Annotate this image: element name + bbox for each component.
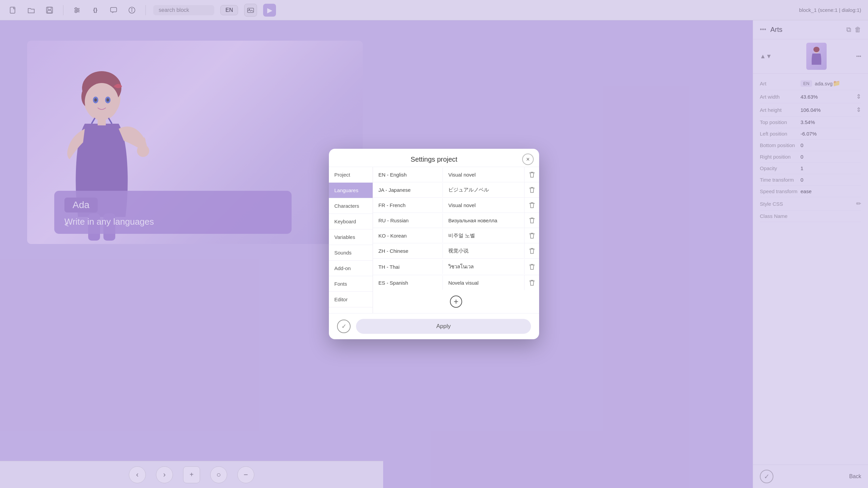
lang-delete-button[interactable] (524, 198, 539, 212)
lang-delete-button[interactable] (524, 213, 539, 228)
add-language-icon[interactable]: + (450, 296, 462, 308)
lang-delete-button[interactable] (524, 228, 539, 243)
table-row: KO - Korean 비주얼 노벨 (373, 228, 539, 243)
modal-close-button[interactable]: × (522, 154, 534, 165)
lang-code-cell: JA - Japanese (373, 183, 443, 197)
modal-sidebar: Project Languares Characters Keyboard Va… (329, 167, 373, 313)
lang-code-cell: ZH - Chinese (373, 244, 443, 258)
lang-translation-cell: Визуальная новелла (443, 214, 524, 227)
sidebar-item-fonts[interactable]: Fonts (329, 276, 373, 292)
modal-languages-content: EN - English Visual novel JA - Japanese … (373, 167, 539, 313)
languages-table: EN - English Visual novel JA - Japanese … (373, 167, 539, 290)
lang-translation-cell: ビジュアルノベル (443, 183, 524, 197)
table-row: TH - Thai วิชวลโนเวล (373, 259, 539, 275)
lang-delete-button[interactable] (524, 243, 539, 258)
table-row: ZH - Chinese 视觉小说 (373, 243, 539, 259)
lang-translation-cell: 비주얼 노벨 (443, 228, 524, 243)
modal-overlay: Settings project × Project Languares Cha… (0, 0, 868, 488)
modal-footer: ✓ Apply (329, 313, 539, 339)
lang-delete-button[interactable] (524, 167, 539, 182)
modal-body: Project Languares Characters Keyboard Va… (329, 167, 539, 313)
lang-translation-cell: วิชวลโนเวล (443, 259, 524, 275)
lang-delete-button[interactable] (524, 259, 539, 274)
lang-delete-button[interactable] (524, 182, 539, 197)
table-row: EN - English Visual novel (373, 167, 539, 182)
sidebar-item-characters[interactable]: Characters (329, 198, 373, 214)
lang-delete-button[interactable] (524, 275, 539, 290)
sidebar-item-keyboard[interactable]: Keyboard (329, 214, 373, 229)
table-row: JA - Japanese ビジュアルノベル (373, 182, 539, 198)
add-language-row[interactable]: + (373, 290, 539, 313)
lang-code-cell: EN - English (373, 168, 443, 182)
lang-code-cell: RU - Russian (373, 214, 443, 227)
sidebar-item-languares[interactable]: Languares (329, 183, 373, 198)
sidebar-item-sounds[interactable]: Sounds (329, 245, 373, 261)
lang-translation-cell: 视觉小说 (443, 244, 524, 258)
sidebar-item-variables[interactable]: Variables (329, 229, 373, 245)
table-row: FR - French Visual novel (373, 198, 539, 213)
table-row: RU - Russian Визуальная новелла (373, 213, 539, 228)
modal-title: Settings project (337, 156, 531, 163)
lang-code-cell: TH - Thai (373, 260, 443, 274)
sidebar-item-editor[interactable]: Editor (329, 292, 373, 307)
modal-header: Settings project × (329, 149, 539, 167)
lang-translation-cell: Visual novel (443, 168, 524, 182)
lang-translation-cell: Novela visual (443, 276, 524, 290)
lang-translation-cell: Visual novel (443, 198, 524, 212)
table-row: ES - Spanish Novela visual (373, 275, 539, 290)
settings-modal: Settings project × Project Languares Cha… (329, 149, 539, 339)
sidebar-item-addon[interactable]: Add-on (329, 261, 373, 276)
lang-code-cell: KO - Korean (373, 229, 443, 243)
lang-code-cell: FR - French (373, 198, 443, 212)
sidebar-item-project[interactable]: Project (329, 167, 373, 183)
footer-check-button[interactable]: ✓ (337, 320, 351, 333)
apply-button[interactable]: Apply (356, 319, 531, 334)
lang-code-cell: ES - Spanish (373, 276, 443, 290)
